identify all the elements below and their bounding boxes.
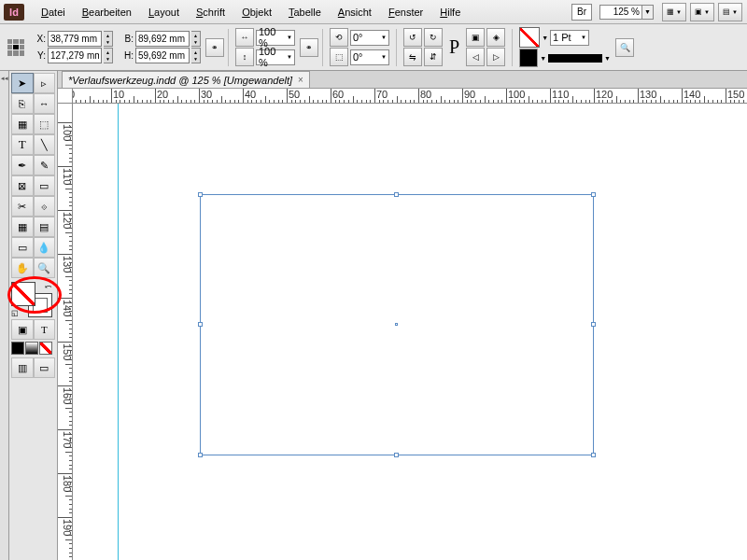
default-colors-icon[interactable]: ◱ bbox=[11, 309, 19, 317]
constrain-wh-icon[interactable]: ⚭ bbox=[205, 38, 224, 57]
page-tool[interactable]: ⎘ bbox=[11, 93, 34, 114]
scissors-tool[interactable]: ✂ bbox=[11, 196, 34, 217]
eyedropper-tool[interactable]: 💧 bbox=[34, 237, 56, 258]
y-spinner[interactable]: ▲▼ bbox=[104, 48, 113, 63]
formatting-text-icon[interactable]: T bbox=[34, 319, 56, 340]
w-spinner[interactable]: ▲▼ bbox=[191, 31, 201, 47]
direct-selection-tool[interactable]: ▹ bbox=[34, 73, 56, 93]
hand-tool[interactable]: ✋ bbox=[11, 258, 34, 278]
rectangle-tool[interactable]: ▭ bbox=[34, 175, 56, 196]
apply-gradient-icon[interactable] bbox=[25, 342, 38, 355]
resize-handle-w[interactable] bbox=[198, 322, 203, 327]
menu-schrift[interactable]: Schrift bbox=[189, 4, 233, 21]
gap-tool[interactable]: ↔ bbox=[34, 93, 56, 114]
shear-input[interactable]: 0°▼ bbox=[350, 49, 389, 65]
ruler-origin[interactable] bbox=[58, 89, 73, 104]
gradient-feather-tool[interactable]: ▤ bbox=[34, 217, 56, 237]
normal-view-icon[interactable]: ▥ bbox=[11, 357, 34, 378]
preview-view-icon[interactable]: ▭ bbox=[34, 357, 56, 378]
resize-handle-sw[interactable] bbox=[198, 453, 203, 457]
select-container-icon[interactable]: ▣ bbox=[466, 28, 485, 47]
fill-swatch[interactable] bbox=[519, 27, 540, 48]
y-input[interactable] bbox=[48, 48, 102, 63]
vertical-ruler[interactable]: 100110120130140150160170180190200 bbox=[58, 104, 73, 560]
rectangle-frame-tool[interactable]: ⊠ bbox=[11, 175, 34, 196]
y-label: Y: bbox=[33, 50, 46, 61]
flip-v-icon[interactable]: ⇵ bbox=[424, 48, 443, 66]
document-tab-title: *Verlaufswerkzeug.indd @ 125 % [Umgewand… bbox=[68, 75, 292, 86]
pencil-tool[interactable]: ✎ bbox=[34, 155, 56, 175]
line-tool[interactable]: ╲ bbox=[34, 134, 56, 155]
menu-ansicht[interactable]: Ansicht bbox=[331, 4, 379, 21]
resize-handle-e[interactable] bbox=[591, 322, 596, 327]
content-placer-tool[interactable]: ⬚ bbox=[34, 114, 56, 134]
view-options-button[interactable]: ▦▼ bbox=[662, 3, 686, 21]
h-spinner[interactable]: ▲▼ bbox=[191, 48, 201, 63]
fill-color-swatch[interactable] bbox=[11, 282, 35, 306]
panel-collapse-strip[interactable]: ◂◂ bbox=[0, 71, 9, 560]
pen-tool[interactable]: ✒ bbox=[11, 155, 34, 175]
swap-colors-icon[interactable]: ⤺ bbox=[45, 282, 52, 291]
type-tool[interactable]: T bbox=[11, 134, 34, 155]
quick-apply-icon[interactable]: 🔍 bbox=[615, 38, 634, 57]
formatting-container-icon[interactable]: ▣ bbox=[11, 319, 34, 340]
zoom-dropdown[interactable]: ▼ bbox=[642, 5, 654, 20]
app-logo: Id bbox=[4, 4, 24, 21]
resize-handle-nw[interactable] bbox=[198, 192, 203, 197]
rotate-input[interactable]: 0°▼ bbox=[350, 30, 389, 46]
fill-stroke-control[interactable]: ⤺ ◱ bbox=[11, 282, 56, 317]
scale-y-input[interactable]: 100 %▼ bbox=[256, 49, 295, 65]
scale-x-input[interactable]: 100 %▼ bbox=[256, 30, 295, 46]
selected-frame[interactable] bbox=[200, 194, 594, 455]
menu-hilfe[interactable]: Hilfe bbox=[432, 4, 468, 21]
paragraph-mode-icon[interactable]: P bbox=[447, 36, 461, 58]
content-tool[interactable]: ▦ bbox=[11, 114, 34, 134]
toolbox: ➤▹ ⎘↔ ▦⬚ T╲ ✒✎ ⊠▭ ✂⟐ ▦▤ ▭💧 ✋🔍 ⤺ ◱ ▣T ▥▭ bbox=[9, 71, 58, 560]
canvas[interactable] bbox=[73, 104, 747, 560]
gradient-swatch-tool[interactable]: ▦ bbox=[11, 217, 34, 237]
menu-objekt[interactable]: Objekt bbox=[234, 4, 279, 21]
menu-layout[interactable]: Layout bbox=[141, 4, 187, 21]
bridge-button[interactable]: Br bbox=[571, 4, 592, 21]
select-content-icon[interactable]: ◈ bbox=[486, 28, 505, 47]
free-transform-tool[interactable]: ⟐ bbox=[34, 196, 56, 217]
select-next-icon[interactable]: ▷ bbox=[486, 48, 505, 66]
stroke-color-swatch[interactable] bbox=[519, 49, 538, 67]
apply-none-icon[interactable] bbox=[39, 342, 52, 355]
screen-mode-button[interactable]: ▣▼ bbox=[690, 3, 714, 21]
column-guide[interactable] bbox=[118, 104, 119, 560]
menu-datei[interactable]: Datei bbox=[34, 4, 73, 21]
w-label: B: bbox=[120, 34, 134, 44]
rotate-cw-icon[interactable]: ↻ bbox=[424, 28, 443, 47]
x-input[interactable] bbox=[48, 31, 102, 47]
h-input[interactable] bbox=[135, 48, 190, 63]
resize-handle-s[interactable] bbox=[394, 453, 399, 457]
resize-handle-n[interactable] bbox=[394, 192, 399, 197]
note-tool[interactable]: ▭ bbox=[11, 237, 34, 258]
zoom-tool[interactable]: 🔍 bbox=[34, 258, 56, 278]
x-label: X: bbox=[33, 34, 46, 44]
rotate-ccw-icon[interactable]: ↺ bbox=[403, 28, 422, 47]
zoom-input[interactable] bbox=[599, 5, 642, 20]
close-tab-icon[interactable]: × bbox=[298, 75, 303, 85]
shear-icon: ⬚ bbox=[330, 48, 348, 66]
reference-point[interactable] bbox=[7, 39, 24, 56]
flip-h-icon[interactable]: ⇋ bbox=[403, 48, 422, 66]
apply-color-icon[interactable] bbox=[11, 342, 24, 355]
select-prev-icon[interactable]: ◁ bbox=[466, 48, 485, 66]
menu-tabelle[interactable]: Tabelle bbox=[281, 4, 329, 21]
constrain-scale-icon[interactable]: ⚭ bbox=[300, 38, 318, 57]
horizontal-ruler[interactable]: 0102030405060708090100110120130140150160 bbox=[73, 89, 747, 104]
resize-handle-ne[interactable] bbox=[591, 192, 596, 197]
scale-x-icon: ↔ bbox=[235, 28, 254, 47]
w-input[interactable] bbox=[135, 31, 190, 47]
menu-bearbeiten[interactable]: Bearbeiten bbox=[75, 4, 139, 21]
resize-handle-se[interactable] bbox=[591, 453, 596, 457]
menu-fenster[interactable]: Fenster bbox=[381, 4, 430, 21]
x-spinner[interactable]: ▲▼ bbox=[104, 31, 113, 47]
stroke-weight-input[interactable]: 1 Pt▼ bbox=[550, 30, 589, 46]
arrange-button[interactable]: ▤▼ bbox=[718, 3, 742, 21]
document-tab[interactable]: *Verlaufswerkzeug.indd @ 125 % [Umgewand… bbox=[62, 71, 310, 88]
stroke-style-preview[interactable] bbox=[548, 54, 602, 63]
selection-tool[interactable]: ➤ bbox=[11, 73, 34, 93]
